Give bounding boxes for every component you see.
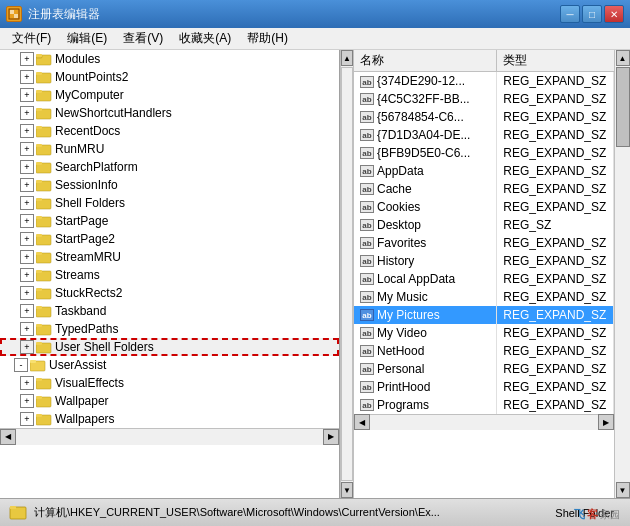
tree-item-usershellfolders[interactable]: + User Shell Folders <box>0 338 339 356</box>
expander-wallpapers[interactable]: + <box>20 412 34 426</box>
expander-sessioninfo[interactable]: + <box>20 178 34 192</box>
expander-usershellfolders[interactable]: + <box>20 340 34 354</box>
table-row[interactable]: ab{56784854-C6... REG_EXPAND_SZ <box>354 108 614 126</box>
tree-item-mycomputer[interactable]: + MyComputer <box>0 86 339 104</box>
tree-item-userassist[interactable]: - UserAssist <box>0 356 339 374</box>
tree-vscrollbar[interactable]: ▲ ▼ <box>340 50 354 498</box>
tree-item-runmru[interactable]: + RunMRU <box>0 140 339 158</box>
table-row[interactable]: ab{374DE290-12... REG_EXPAND_SZ <box>354 72 614 90</box>
close-button[interactable]: ✕ <box>604 5 624 23</box>
expander-mycomputer[interactable]: + <box>20 88 34 102</box>
expander-streammru[interactable]: + <box>20 250 34 264</box>
table-row[interactable]: abNetHood REG_EXPAND_SZ <box>354 342 614 360</box>
table-row[interactable]: abMy Video REG_EXPAND_SZ <box>354 324 614 342</box>
expander-searchplatform[interactable]: + <box>20 160 34 174</box>
tree-item-typedpaths[interactable]: + TypedPaths <box>0 320 339 338</box>
col-header-name[interactable]: 名称 <box>354 50 497 72</box>
folder-icon-startpage2 <box>36 232 52 246</box>
expander-shellfolders[interactable]: + <box>20 196 34 210</box>
expander-mountpoints2[interactable]: + <box>20 70 34 84</box>
table-row-selected[interactable]: abMy Pictures REG_EXPAND_SZ <box>354 306 614 324</box>
table-row[interactable]: abPrintHood REG_EXPAND_SZ <box>354 378 614 396</box>
reg-vscrollbar[interactable]: ▲ ▼ <box>614 50 630 498</box>
menu-view[interactable]: 查看(V) <box>115 28 171 49</box>
tree-label-mycomputer: MyComputer <box>55 88 124 102</box>
tree-label-userassist: UserAssist <box>49 358 106 372</box>
tree-item-mountpoints2[interactable]: + MountPoints2 <box>0 68 339 86</box>
expander-recentdocs[interactable]: + <box>20 124 34 138</box>
minimize-button[interactable]: ─ <box>560 5 580 23</box>
svg-rect-39 <box>30 360 36 363</box>
tree-label-startpage: StartPage <box>55 214 108 228</box>
table-row[interactable]: abDesktop REG_SZ <box>354 216 614 234</box>
main-content: + Modules + MountPoints2 + MyComputer + <box>0 50 630 498</box>
tree-item-stuckrects2[interactable]: + StuckRects2 <box>0 284 339 302</box>
menu-help[interactable]: 帮助(H) <box>239 28 296 49</box>
tree-item-newshortcuthandlers[interactable]: + NewShortcutHandlers <box>0 104 339 122</box>
expander-runmru[interactable]: + <box>20 142 34 156</box>
reg-hscrollbar[interactable]: ◀ ▶ <box>354 414 614 430</box>
tree-panel[interactable]: + Modules + MountPoints2 + MyComputer + <box>0 50 340 498</box>
tree-label-startpage2: StartPage2 <box>55 232 115 246</box>
table-row[interactable]: abAppData REG_EXPAND_SZ <box>354 162 614 180</box>
svg-rect-19 <box>36 180 42 183</box>
tree-item-shellfolders[interactable]: + Shell Folders <box>0 194 339 212</box>
folder-icon-wallpapers <box>36 412 52 426</box>
tree-item-taskband[interactable]: + Taskband <box>0 302 339 320</box>
expander-streams[interactable]: + <box>20 268 34 282</box>
tree-label-mountpoints2: MountPoints2 <box>55 70 128 84</box>
expander-visualeffects[interactable]: + <box>20 376 34 390</box>
svg-rect-9 <box>36 90 42 93</box>
table-row[interactable]: ab{4C5C32FF-BB... REG_EXPAND_SZ <box>354 90 614 108</box>
app-icon <box>6 6 22 22</box>
tree-item-wallpapers[interactable]: + Wallpapers <box>0 410 339 428</box>
table-row[interactable]: abMy Music REG_EXPAND_SZ <box>354 288 614 306</box>
folder-icon-sessioninfo <box>36 178 52 192</box>
table-row[interactable]: abPersonal REG_EXPAND_SZ <box>354 360 614 378</box>
watermark: 飞 客 家园 <box>574 507 620 522</box>
table-row[interactable]: abHistory REG_EXPAND_SZ <box>354 252 614 270</box>
expander-newshortcuthandlers[interactable]: + <box>20 106 34 120</box>
menu-favorites[interactable]: 收藏夹(A) <box>171 28 239 49</box>
window-controls: ─ □ ✕ <box>560 5 624 23</box>
tree-item-startpage[interactable]: + StartPage <box>0 212 339 230</box>
tree-item-recentdocs[interactable]: + RecentDocs <box>0 122 339 140</box>
tree-item-visualeffects[interactable]: + VisualEffects <box>0 374 339 392</box>
tree-item-wallpaper[interactable]: + Wallpaper <box>0 392 339 410</box>
tree-hscrollbar[interactable]: ◀ ▶ <box>0 428 339 444</box>
tree-item-sessioninfo[interactable]: + SessionInfo <box>0 176 339 194</box>
table-row[interactable]: ab{7D1D3A04-DE... REG_EXPAND_SZ <box>354 126 614 144</box>
table-row[interactable]: abCache REG_EXPAND_SZ <box>354 180 614 198</box>
expander-modules[interactable]: + <box>20 52 34 66</box>
tree-item-searchplatform[interactable]: + SearchPlatform <box>0 158 339 176</box>
table-row[interactable]: ab{BFB9D5E0-C6... REG_EXPAND_SZ <box>354 144 614 162</box>
tree-item-streams[interactable]: + Streams <box>0 266 339 284</box>
folder-icon-runmru <box>36 142 52 156</box>
reg-value-icon: ab <box>360 147 374 159</box>
expander-stuckrects2[interactable]: + <box>20 286 34 300</box>
expander-typedpaths[interactable]: + <box>20 322 34 336</box>
expander-wallpaper[interactable]: + <box>20 394 34 408</box>
tree-item-startpage2[interactable]: + StartPage2 <box>0 230 339 248</box>
expander-userassist[interactable]: - <box>14 358 28 372</box>
expander-startpage2[interactable]: + <box>20 232 34 246</box>
registry-panel[interactable]: 名称 类型 ab{374DE290-12... REG_EXPAND_SZ ab… <box>354 50 614 498</box>
expander-startpage[interactable]: + <box>20 214 34 228</box>
table-row[interactable]: abFavorites REG_EXPAND_SZ <box>354 234 614 252</box>
table-row[interactable]: abLocal AppData REG_EXPAND_SZ <box>354 270 614 288</box>
maximize-button[interactable]: □ <box>582 5 602 23</box>
svg-rect-5 <box>36 54 42 57</box>
tree-item-modules[interactable]: + Modules <box>0 50 339 68</box>
table-row[interactable]: abCookies REG_EXPAND_SZ <box>354 198 614 216</box>
menu-edit[interactable]: 编辑(E) <box>59 28 115 49</box>
reg-value-icon: ab <box>360 291 374 303</box>
folder-icon-newshortcuthandlers <box>36 106 52 120</box>
expander-taskband[interactable]: + <box>20 304 34 318</box>
table-row[interactable]: abPrograms REG_EXPAND_SZ <box>354 396 614 414</box>
tree-item-streammru[interactable]: + StreamMRU <box>0 248 339 266</box>
col-header-type[interactable]: 类型 <box>497 50 614 72</box>
reg-value-icon: ab <box>360 345 374 357</box>
tree-label-typedpaths: TypedPaths <box>55 322 118 336</box>
menu-file[interactable]: 文件(F) <box>4 28 59 49</box>
svg-rect-31 <box>36 288 42 291</box>
